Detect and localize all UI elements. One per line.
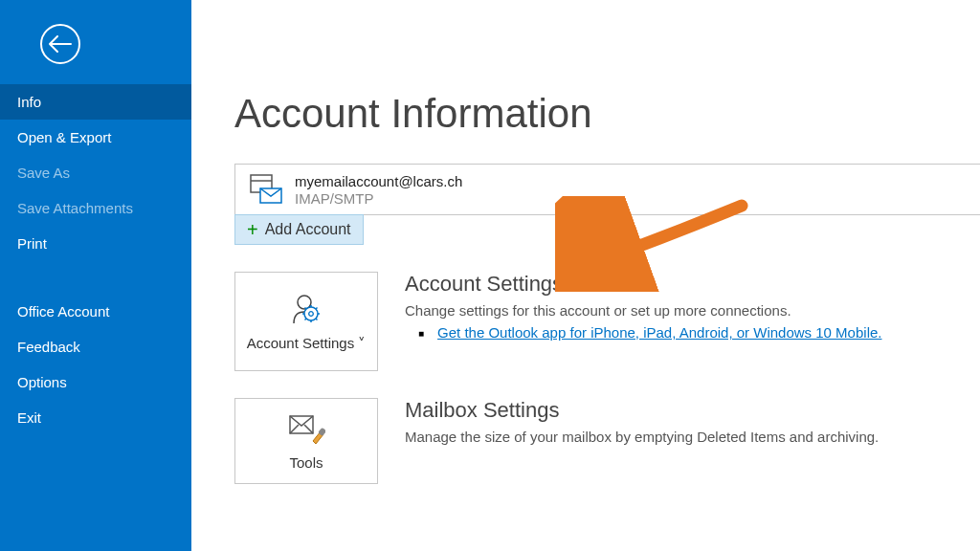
- account-settings-description: Change settings for this account or set …: [405, 302, 980, 319]
- sidebar-item-options[interactable]: Options: [0, 364, 191, 400]
- account-email: myemailaccount@lcars.ch: [295, 173, 462, 189]
- get-outlook-app-link[interactable]: Get the Outlook app for iPhone, iPad, An…: [437, 324, 881, 341]
- plus-icon: +: [247, 220, 258, 239]
- account-settings-icon: [288, 290, 324, 328]
- sidebar-spacer: [0, 261, 191, 294]
- sidebar-item-save-attachments: Save Attachments: [0, 190, 191, 226]
- tools-tile[interactable]: Tools: [234, 398, 378, 484]
- outlook-file-backstage: Info Open & Export Save As Save Attachme…: [0, 0, 980, 551]
- tools-icon: [287, 409, 325, 448]
- sidebar-item-label: Save Attachments: [17, 200, 133, 216]
- sidebar-item-exit[interactable]: Exit: [0, 400, 191, 435]
- account-mailbox-icon: [247, 170, 285, 209]
- mailbox-settings-description: Manage the size of your mailbox by empty…: [405, 429, 980, 445]
- account-settings-heading: Account Settings: [405, 272, 980, 297]
- sidebar: Info Open & Export Save As Save Attachme…: [0, 0, 191, 551]
- sidebar-item-open-export[interactable]: Open & Export: [0, 120, 191, 155]
- svg-line-11: [305, 319, 307, 320]
- account-selector[interactable]: myemailaccount@lcars.ch IMAP/SMTP: [234, 164, 980, 215]
- svg-line-12: [316, 308, 318, 310]
- bullet-icon: ■: [418, 328, 424, 339]
- sidebar-item-label: Options: [17, 374, 67, 390]
- mailbox-settings-row: Tools Mailbox Settings Manage the size o…: [234, 398, 980, 484]
- account-text: myemailaccount@lcars.ch IMAP/SMTP: [295, 173, 462, 207]
- mailbox-settings-content: Mailbox Settings Manage the size of your…: [405, 398, 980, 451]
- add-account-label: Add Account: [265, 221, 351, 238]
- account-settings-tile[interactable]: Account Settings ˅: [234, 272, 378, 371]
- sidebar-item-label: Feedback: [17, 339, 80, 355]
- sidebar-item-label: Info: [17, 94, 41, 110]
- main-panel: Account Information myemailaccount@lcars…: [191, 0, 980, 551]
- svg-point-4: [304, 307, 318, 320]
- sidebar-item-label: Print: [17, 235, 47, 252]
- account-settings-tile-label: Account Settings ˅: [247, 334, 367, 353]
- sidebar-item-print[interactable]: Print: [0, 226, 191, 261]
- page-title: Account Information: [234, 91, 980, 137]
- sidebar-item-office-account[interactable]: Office Account: [0, 294, 191, 329]
- account-settings-bullet-row: ■ Get the Outlook app for iPhone, iPad, …: [405, 324, 980, 341]
- add-account-button[interactable]: + Add Account: [234, 214, 364, 245]
- sidebar-item-label: Office Account: [17, 303, 109, 320]
- svg-line-13: [305, 308, 307, 310]
- back-arrow-icon: [49, 35, 72, 53]
- sidebar-item-label: Open & Export: [17, 129, 111, 145]
- sidebar-item-label: Save As: [17, 165, 70, 181]
- account-protocol: IMAP/SMTP: [295, 190, 462, 207]
- sidebar-item-feedback[interactable]: Feedback: [0, 329, 191, 364]
- sidebar-item-info[interactable]: Info: [0, 84, 191, 120]
- sidebar-item-save-as: Save As: [0, 155, 191, 190]
- account-settings-content: Account Settings Change settings for thi…: [405, 272, 980, 341]
- sidebar-item-label: Exit: [17, 409, 41, 426]
- svg-line-10: [316, 319, 318, 320]
- mailbox-settings-heading: Mailbox Settings: [405, 398, 980, 423]
- back-button[interactable]: [40, 24, 80, 64]
- account-settings-row: Account Settings ˅ Account Settings Chan…: [234, 272, 980, 371]
- tools-tile-label: Tools: [289, 453, 323, 473]
